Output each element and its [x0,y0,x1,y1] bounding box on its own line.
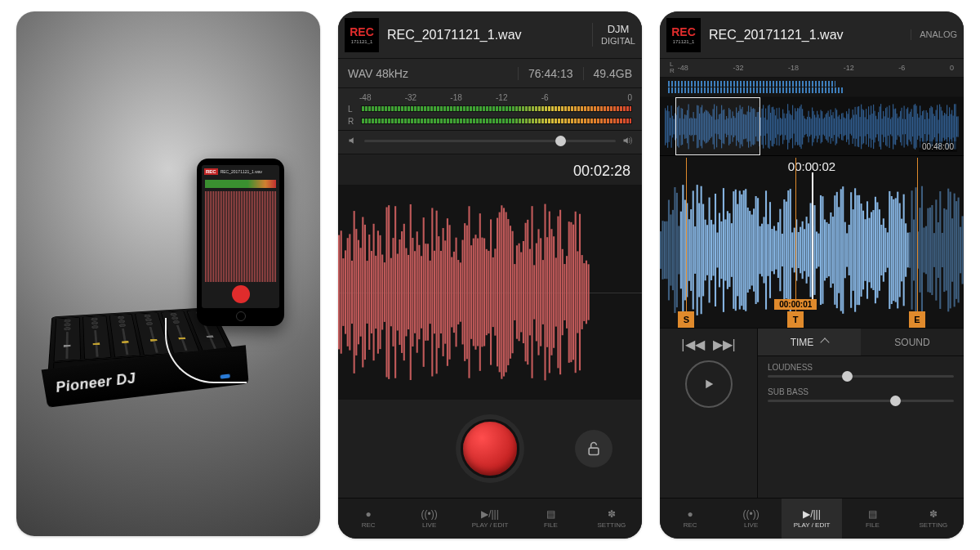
svg-rect-518 [938,222,939,278]
svg-rect-238 [784,114,785,141]
skip-back-button[interactable]: |◀◀ [681,337,704,352]
svg-rect-511 [923,227,924,272]
svg-rect-475 [850,192,852,308]
loudness-slider[interactable] [768,375,954,378]
speaker-high-icon [622,136,632,145]
svg-rect-494 [889,191,890,309]
svg-rect-320 [884,116,885,136]
svg-rect-489 [879,209,880,291]
lock-button[interactable] [575,430,612,467]
nav-play-edit[interactable]: ▶/|||PLAY / EDIT [460,499,520,539]
svg-rect-451 [802,221,804,279]
svg-rect-334 [902,108,902,145]
svg-rect-337 [905,119,906,134]
svg-rect-445 [790,189,791,311]
svg-rect-454 [808,223,809,276]
svg-rect-474 [849,225,850,275]
svg-rect-444 [787,190,789,310]
nav-file[interactable]: ▤FILE [520,499,581,539]
svg-rect-460 [820,195,822,305]
svg-rect-321 [885,108,886,145]
svg-rect-63 [474,235,476,350]
svg-rect-467 [834,195,835,305]
source-mode[interactable]: ANALOG [911,29,957,40]
nav-setting[interactable]: ✽SETTING [903,499,964,539]
svg-rect-0 [338,235,340,350]
svg-rect-81 [514,264,515,320]
waveform[interactable] [338,185,642,400]
svg-rect-341 [910,112,911,141]
svg-rect-30 [403,224,405,360]
svg-rect-28 [399,239,400,345]
svg-rect-40 [425,244,426,341]
svg-rect-332 [899,117,900,137]
edit-waveform[interactable]: 00:00:02 S T00:00:01 E [660,156,964,328]
svg-rect-73 [497,218,498,367]
tab-time[interactable]: TIME [758,329,861,355]
svg-rect-298 [858,107,858,147]
svg-rect-72 [494,248,496,335]
svg-rect-273 [826,113,827,141]
marker-start[interactable]: S [678,311,694,328]
meter-right [361,118,632,124]
svg-rect-453 [806,217,808,284]
svg-rect-35 [414,251,416,333]
subbass-slider[interactable] [768,400,954,402]
svg-rect-234 [779,108,780,146]
svg-rect-55 [457,260,459,324]
svg-rect-519 [939,191,941,309]
svg-rect-462 [824,220,826,281]
speaker-low-icon [348,136,358,145]
monitor-volume[interactable] [338,131,642,154]
svg-rect-227 [770,113,771,141]
tab-sound[interactable]: SOUND [861,329,964,355]
nav-setting[interactable]: ✽SETTING [581,499,642,539]
svg-rect-101 [557,217,559,369]
source-mode[interactable]: DJM DIGITAL [592,23,635,47]
nav-rec[interactable]: ●REC [660,499,720,539]
svg-rect-493 [887,232,889,267]
nav-live[interactable]: ((•))LIVE [720,499,781,539]
nav-play-edit[interactable]: ▶/|||PLAY / EDIT [782,499,842,539]
svg-rect-469 [838,207,840,293]
svg-rect-529 [960,227,961,274]
svg-rect-434 [767,224,768,276]
marker-t[interactable]: T00:00:01 [787,311,804,328]
svg-rect-282 [838,117,839,137]
svg-rect-4 [347,238,349,347]
svg-rect-503 [907,233,909,268]
overview-selection[interactable] [675,97,760,155]
rec-badge-icon: REC 171121_1 [345,18,379,52]
svg-rect-438 [775,230,777,269]
svg-rect-431 [761,224,763,277]
svg-rect-255 [804,118,805,135]
nav-live[interactable]: ((•))LIVE [399,499,459,539]
svg-rect-3 [345,250,346,333]
svg-rect-142 [666,110,667,142]
svg-rect-7 [354,211,355,373]
meter-left [361,105,632,112]
volume-slider[interactable] [364,140,616,142]
svg-rect-54 [455,238,457,347]
record-button[interactable] [461,419,519,478]
overview-waveform[interactable]: 00:48:00 [660,97,964,156]
svg-rect-338 [906,109,907,145]
nav-rec[interactable]: ●REC [338,499,399,539]
svg-rect-82 [516,245,518,338]
svg-rect-526 [954,194,956,307]
nav-file[interactable]: ▤FILE [842,499,902,539]
skip-fwd-button[interactable]: ▶▶| [713,337,736,352]
playhead-cursor[interactable] [812,172,813,310]
level-meters: -48-32-18-12-60 L R [338,88,642,131]
svg-rect-271 [824,118,825,136]
svg-rect-414 [727,211,728,288]
play-button[interactable] [685,360,733,408]
svg-rect-256 [806,119,807,134]
svg-rect-314 [877,119,878,135]
svg-rect-108 [572,225,574,360]
svg-rect-57 [461,240,463,345]
svg-rect-305 [866,109,866,145]
svg-rect-260 [811,118,812,135]
marker-end[interactable]: E [909,311,925,328]
svg-rect-50 [447,218,448,366]
